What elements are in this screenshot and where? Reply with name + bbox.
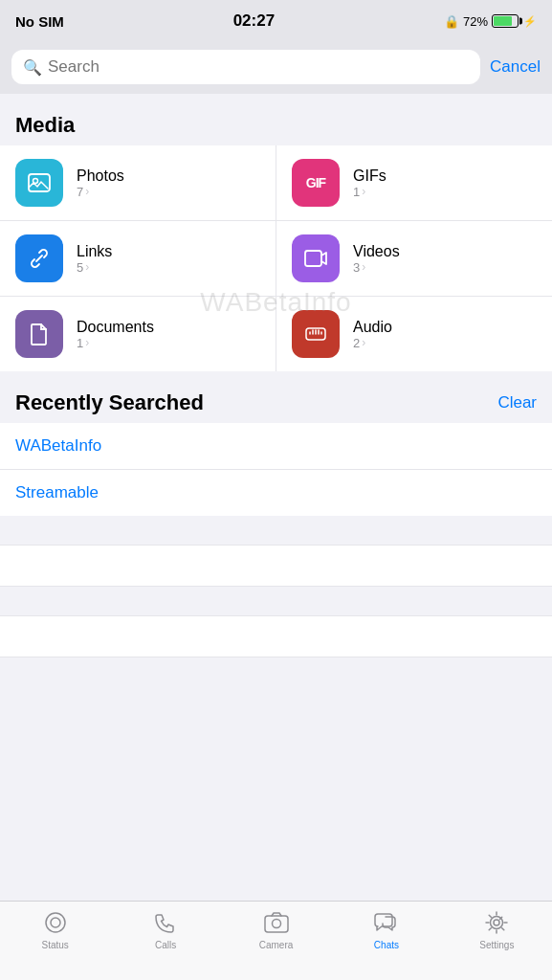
documents-info: Documents 1 › (77, 319, 154, 350)
documents-label: Documents (77, 319, 154, 336)
media-row-3: Documents 1 › Audio 2 › (0, 297, 552, 371)
media-row-2: Links 5 › Videos 3 › (0, 221, 552, 297)
chats-tab-icon (373, 909, 400, 936)
media-item-photos[interactable]: Photos 7 › (0, 145, 276, 220)
photos-info: Photos 7 › (77, 167, 124, 199)
empty-section-1 (0, 545, 552, 587)
audio-info: Audio 2 › (353, 319, 392, 350)
tab-settings[interactable]: Settings (442, 909, 552, 950)
settings-tab-label: Settings (479, 940, 514, 950)
media-item-links[interactable]: Links 5 › (0, 221, 276, 296)
media-item-audio[interactable]: Audio 2 › (276, 297, 552, 371)
media-section-header: Media (0, 94, 552, 145)
videos-label: Videos (353, 243, 400, 260)
charging-icon: ⚡ (523, 15, 537, 28)
svg-point-9 (491, 917, 503, 929)
empty-section-2 (0, 615, 552, 657)
links-count: 5 › (77, 260, 112, 275)
audio-label: Audio (353, 319, 392, 336)
svg-point-8 (494, 920, 499, 925)
media-item-documents[interactable]: Documents 1 › (0, 297, 276, 371)
links-label: Links (77, 243, 112, 260)
status-tab-icon (42, 909, 69, 936)
status-right: 🔒 72% ⚡ (444, 14, 537, 29)
main-content: Media Photos 7 › GIF (0, 94, 552, 657)
svg-point-7 (272, 920, 280, 928)
documents-icon (15, 310, 63, 358)
videos-info: Videos 3 › (353, 243, 400, 275)
photos-icon (15, 159, 63, 207)
links-info: Links 5 › (77, 243, 112, 275)
audio-icon (292, 310, 340, 358)
battery-icon (492, 14, 519, 28)
search-input[interactable] (48, 57, 469, 77)
media-grid: Photos 7 › GIF GIFs 1 › (0, 145, 552, 371)
battery-percent: 72% (463, 14, 488, 29)
calls-tab-label: Calls (155, 940, 176, 950)
media-item-videos[interactable]: Videos 3 › (276, 221, 552, 296)
search-input-wrapper[interactable]: 🔍 (11, 50, 480, 84)
recent-search-list: WABetaInfo Streamable (0, 423, 552, 516)
links-icon (15, 234, 63, 282)
tab-camera[interactable]: Camera (221, 909, 331, 950)
recently-searched-title: Recently Searched (15, 390, 204, 415)
chats-tab-label: Chats (374, 940, 399, 950)
tab-status[interactable]: Status (0, 909, 110, 950)
clear-button[interactable]: Clear (497, 393, 537, 412)
gifs-count: 1 › (353, 185, 386, 199)
tab-calls[interactable]: Calls (110, 909, 220, 950)
svg-rect-2 (305, 251, 321, 266)
media-item-gifs[interactable]: GIF GIFs 1 › (276, 145, 552, 220)
documents-count: 1 › (77, 336, 154, 350)
svg-rect-6 (265, 916, 288, 932)
tab-chats[interactable]: Chats (331, 909, 441, 950)
gifs-icon: GIF (292, 159, 340, 207)
calls-tab-icon (152, 909, 179, 936)
gifs-info: GIFs 1 › (353, 167, 386, 199)
time-label: 02:27 (233, 11, 275, 31)
settings-tab-icon (483, 909, 510, 936)
photos-label: Photos (77, 167, 124, 185)
svg-point-4 (46, 913, 65, 932)
photos-count: 7 › (77, 185, 124, 199)
gifs-label: GIFs (353, 167, 386, 185)
camera-tab-label: Camera (259, 940, 294, 950)
tab-bar: Status Calls Camera Chats Settings (0, 901, 552, 980)
cancel-button[interactable]: Cancel (490, 57, 541, 77)
recent-search-streamable[interactable]: Streamable (0, 470, 552, 516)
status-bar: No SIM 02:27 🔒 72% ⚡ (0, 0, 552, 42)
videos-count: 3 › (353, 260, 400, 275)
camera-tab-icon (263, 909, 290, 936)
search-bar: 🔍 Cancel (0, 42, 552, 94)
carrier-label: No SIM (15, 13, 64, 30)
media-row-1: Photos 7 › GIF GIFs 1 › (0, 145, 552, 221)
svg-point-5 (51, 918, 60, 927)
videos-icon (292, 234, 340, 282)
status-tab-label: Status (42, 940, 69, 950)
recently-searched-header: Recently Searched Clear (0, 371, 552, 423)
recent-search-wabetainfo[interactable]: WABetaInfo (0, 423, 552, 470)
svg-rect-0 (29, 174, 50, 191)
lock-icon: 🔒 (444, 14, 459, 29)
audio-count: 2 › (353, 336, 392, 350)
search-magnifier-icon: 🔍 (23, 58, 42, 77)
